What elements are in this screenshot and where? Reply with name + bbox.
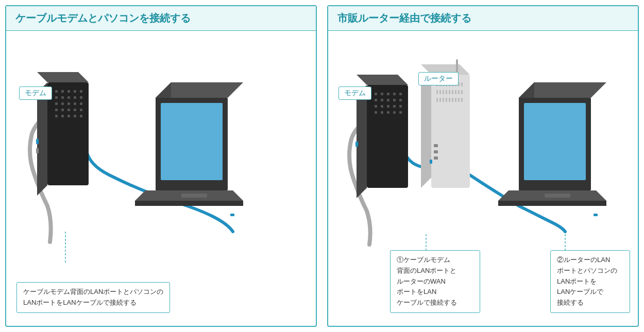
svg-rect-103 xyxy=(524,103,586,180)
svg-rect-77 xyxy=(436,90,438,94)
right-info2-l5: 接続する xyxy=(557,299,584,306)
svg-rect-82 xyxy=(452,90,453,94)
svg-rect-99 xyxy=(430,160,432,164)
right-info1-l4: ポートをLAN xyxy=(397,288,436,295)
svg-rect-85 xyxy=(461,90,463,94)
svg-marker-43 xyxy=(357,75,408,85)
svg-rect-27 xyxy=(74,115,76,117)
right-info1-l2: 背面のLANポートと xyxy=(397,267,456,274)
svg-rect-91 xyxy=(452,98,453,102)
right-info2-l3: LANポートを xyxy=(557,277,597,285)
svg-rect-55 xyxy=(381,105,383,108)
left-panel-content: モデム ケーブルモデム背面のLANポートとパソコンの LANポートをLANケーブ… xyxy=(6,31,316,326)
right-info2-l4: LANケーブルで xyxy=(557,288,603,295)
svg-rect-29 xyxy=(36,139,39,144)
right-info1-l5: ケーブルで接続する xyxy=(397,299,457,306)
right-info-box-2: ②ルーターのLAN ポートとパソコンの LANポートを LANケーブルで 接続す… xyxy=(550,250,630,313)
svg-rect-86 xyxy=(436,98,438,102)
svg-rect-48 xyxy=(399,93,402,95)
svg-rect-93 xyxy=(458,98,460,102)
svg-rect-63 xyxy=(399,111,402,114)
left-modem-label: モデム xyxy=(19,86,52,100)
svg-rect-92 xyxy=(455,98,456,102)
svg-rect-49 xyxy=(375,99,377,101)
svg-rect-24 xyxy=(55,115,58,117)
right-router-label: ルーター xyxy=(418,72,459,85)
svg-rect-4 xyxy=(55,90,58,93)
svg-rect-25 xyxy=(61,115,64,117)
svg-rect-57 xyxy=(393,105,396,108)
svg-rect-19 xyxy=(55,109,58,111)
right-info-box-1: ①ケーブルモデム 背面のLANポートと ルーターのWAN ポートをLAN ケーブ… xyxy=(390,250,480,313)
svg-rect-13 xyxy=(80,96,82,99)
svg-rect-12 xyxy=(74,96,76,99)
svg-rect-10 xyxy=(61,96,64,99)
svg-rect-5 xyxy=(61,90,64,93)
left-info-text1: ケーブルモデム背面のLANポートとパソコンの xyxy=(23,288,163,295)
svg-rect-62 xyxy=(393,111,396,114)
right-panel-content: モデム ルーター ①ケーブルモデム 背面のLANポートと ルーターのWAN ポー… xyxy=(328,31,638,326)
svg-rect-9 xyxy=(55,96,58,99)
svg-rect-22 xyxy=(74,109,76,111)
svg-rect-87 xyxy=(439,98,441,102)
svg-rect-83 xyxy=(455,90,456,94)
svg-rect-26 xyxy=(67,115,70,117)
svg-rect-15 xyxy=(61,102,64,105)
svg-rect-46 xyxy=(387,93,389,95)
svg-rect-30 xyxy=(36,148,39,153)
right-modem-label: モデム xyxy=(338,86,371,100)
right-panel-title: 市販ルーター経由で接続する xyxy=(328,6,638,31)
svg-rect-80 xyxy=(446,90,447,94)
svg-rect-18 xyxy=(80,102,82,105)
svg-rect-61 xyxy=(387,111,389,114)
svg-rect-20 xyxy=(61,109,64,111)
svg-marker-3 xyxy=(37,72,89,82)
svg-rect-79 xyxy=(443,90,444,94)
right-info2-l1: ②ルーターのLAN xyxy=(557,256,610,264)
svg-rect-97 xyxy=(434,156,438,160)
svg-rect-34 xyxy=(161,103,223,180)
svg-rect-45 xyxy=(381,93,383,95)
svg-rect-106 xyxy=(545,194,570,198)
left-info-box: ケーブルモデム背面のLANポートとパソコンの LANポートをLANケーブルで接続… xyxy=(16,282,170,313)
svg-rect-89 xyxy=(446,98,447,102)
svg-rect-17 xyxy=(74,102,76,105)
svg-rect-84 xyxy=(458,90,460,94)
right-info1-l1: ①ケーブルモデム xyxy=(397,256,450,264)
svg-rect-6 xyxy=(67,90,70,93)
svg-rect-11 xyxy=(67,96,70,99)
svg-rect-44 xyxy=(375,93,377,95)
svg-rect-58 xyxy=(399,105,402,108)
svg-rect-53 xyxy=(399,99,402,101)
svg-rect-37 xyxy=(181,194,207,198)
svg-rect-16 xyxy=(67,102,70,105)
right-panel: 市販ルーター経由で接続する xyxy=(327,5,639,327)
svg-rect-8 xyxy=(80,90,82,93)
svg-rect-14 xyxy=(55,102,58,105)
svg-rect-81 xyxy=(449,90,450,94)
svg-rect-90 xyxy=(449,98,450,102)
svg-rect-88 xyxy=(443,98,444,102)
svg-rect-94 xyxy=(461,98,463,102)
svg-marker-105 xyxy=(498,201,606,206)
svg-marker-66 xyxy=(421,75,431,188)
right-info2-l2: ポートとパソコンの xyxy=(557,267,617,274)
svg-rect-76 xyxy=(461,82,463,86)
svg-rect-107 xyxy=(594,214,598,216)
left-info-text2: LANポートをLANケーブルで接続する xyxy=(23,299,137,306)
svg-rect-56 xyxy=(387,105,389,108)
svg-rect-50 xyxy=(381,99,383,101)
svg-rect-78 xyxy=(439,90,441,94)
left-diagram-svg xyxy=(6,31,305,304)
svg-rect-23 xyxy=(80,109,82,111)
svg-rect-47 xyxy=(393,93,396,95)
svg-rect-51 xyxy=(387,99,389,101)
svg-rect-96 xyxy=(434,150,438,153)
svg-marker-42 xyxy=(357,85,367,198)
left-panel-title: ケーブルモデムとパソコンを接続する xyxy=(6,6,316,31)
svg-rect-38 xyxy=(230,214,234,216)
svg-rect-54 xyxy=(375,105,377,108)
svg-rect-7 xyxy=(74,90,76,93)
svg-rect-52 xyxy=(393,99,396,101)
svg-marker-36 xyxy=(135,201,243,206)
